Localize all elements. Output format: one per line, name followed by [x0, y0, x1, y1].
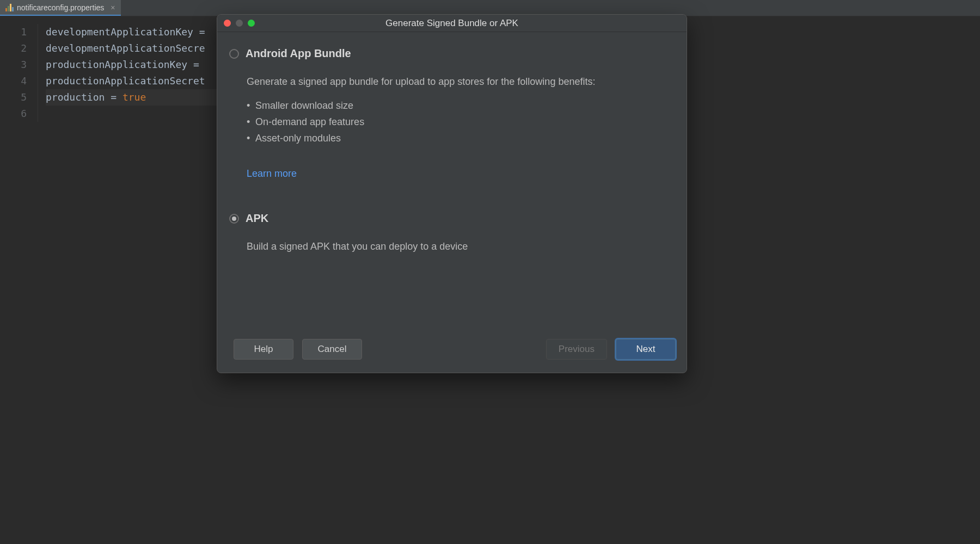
- learn-more-link[interactable]: Learn more: [247, 168, 670, 180]
- dialog-button-row: Help Cancel Previous Next: [217, 331, 687, 373]
- line-number: 2: [0, 40, 27, 57]
- bundle-details: Generate a signed app bundle for upload …: [229, 76, 670, 180]
- apk-description: Build a signed APK that you can deploy t…: [247, 241, 670, 252]
- window-controls: [224, 20, 255, 27]
- zoom-window-icon[interactable]: [248, 20, 255, 27]
- line-number: 5: [0, 89, 27, 106]
- bundle-benefits-list: Smaller download size On-demand app feat…: [247, 97, 670, 146]
- list-item: Smaller download size: [247, 97, 670, 114]
- radio-option-apk[interactable]: APK: [229, 212, 670, 225]
- radio-label-bundle: Android App Bundle: [246, 47, 351, 60]
- help-button[interactable]: Help: [234, 339, 293, 360]
- line-number: 3: [0, 57, 27, 73]
- radio-option-bundle[interactable]: Android App Bundle: [229, 47, 670, 60]
- dialog-body: Android App Bundle Generate a signed app…: [217, 32, 687, 331]
- file-tab[interactable]: notificareconfig.properties ×: [0, 0, 121, 16]
- close-icon[interactable]: ×: [111, 3, 115, 12]
- close-window-icon[interactable]: [224, 20, 231, 27]
- bundle-description: Generate a signed app bundle for upload …: [247, 76, 670, 88]
- radio-icon[interactable]: [229, 214, 239, 224]
- line-number: 1: [0, 24, 27, 40]
- generate-signed-dialog: Generate Signed Bundle or APK Android Ap…: [217, 14, 687, 373]
- radio-icon[interactable]: [229, 49, 239, 59]
- properties-file-icon: [5, 4, 14, 11]
- list-item: On-demand app features: [247, 114, 670, 130]
- dialog-title: Generate Signed Bundle or APK: [217, 18, 687, 29]
- line-number: 4: [0, 73, 27, 89]
- cancel-button[interactable]: Cancel: [302, 339, 362, 360]
- line-number: 6: [0, 106, 27, 122]
- apk-details: Build a signed APK that you can deploy t…: [229, 241, 670, 252]
- previous-button: Previous: [546, 339, 607, 360]
- tab-filename: notificareconfig.properties: [17, 3, 104, 12]
- list-item: Asset-only modules: [247, 130, 670, 146]
- line-number-gutter: 1 2 3 4 5 6: [0, 24, 38, 122]
- minimize-window-icon[interactable]: [236, 20, 243, 27]
- dialog-titlebar[interactable]: Generate Signed Bundle or APK: [217, 15, 687, 32]
- next-button[interactable]: Next: [616, 339, 676, 360]
- radio-label-apk: APK: [246, 212, 268, 225]
